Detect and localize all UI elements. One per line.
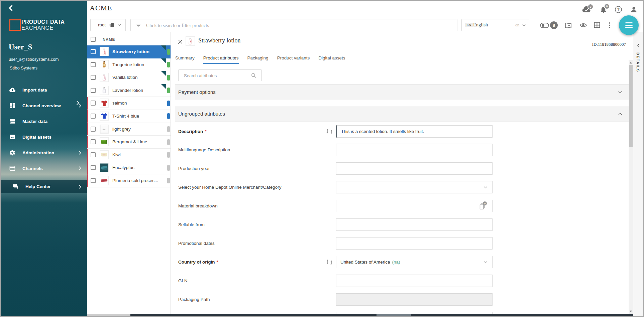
app-title: ACME <box>90 4 112 12</box>
attribute-input-multilanguage-description[interactable] <box>336 144 493 156</box>
attribute-select-select-your-home-depot-online-merchant-category[interactable] <box>336 181 493 193</box>
scroll-up-icon[interactable] <box>629 61 632 64</box>
sidebar-item-label: Channel overview <box>22 103 61 108</box>
status-badge <box>167 62 170 67</box>
detail-panel: Strawberry lotion ID:1181868800007 Summa… <box>171 32 629 314</box>
section-ungrouped-attributes[interactable]: Ungrouped attributes <box>175 106 629 122</box>
alert-bar <box>87 161 88 174</box>
product-row-t-shirt-4-blue[interactable]: T-Shirt 4 blue <box>87 110 171 123</box>
row-checkbox[interactable] <box>91 75 96 80</box>
product-thumbnail <box>100 112 109 121</box>
selection-count-badge[interactable]: 8 <box>550 21 558 29</box>
scroll-down-icon[interactable] <box>629 310 632 313</box>
sidebar-item-import-data[interactable]: Import data <box>0 84 87 96</box>
row-checkbox[interactable] <box>91 139 96 144</box>
product-row-salmon[interactable]: salmon <box>87 97 171 110</box>
sidebar-item-channels[interactable]: Channels <box>0 162 87 174</box>
sidebar-collapse-icon[interactable] <box>7 4 15 12</box>
multivalue-swap-icon[interactable] <box>326 259 333 266</box>
modified-corner-flag <box>161 71 166 76</box>
language-badge: EN <box>465 23 473 27</box>
tab-summary[interactable]: Summary <box>175 52 195 64</box>
product-row-strawberry-lotion[interactable]: Strawberry lotion <box>87 45 171 58</box>
row-checkbox[interactable] <box>91 152 96 157</box>
user-profile-icon[interactable] <box>630 6 638 13</box>
sidebar-item-administration[interactable]: Administration <box>0 147 87 159</box>
row-checkbox[interactable] <box>91 165 96 170</box>
row-checkbox[interactable] <box>91 88 96 93</box>
vertical-scrollbar[interactable] <box>629 60 633 314</box>
sync-status-badge: 0 <box>587 4 594 10</box>
product-thumbnail <box>100 150 109 159</box>
section-payment-options[interactable]: Payment options <box>175 84 629 100</box>
attribute-search-input[interactable] <box>183 70 248 82</box>
hierarchy-selector[interactable]: root <box>90 19 126 31</box>
grid-view-icon[interactable] <box>594 21 601 28</box>
toggle-view-icon[interactable] <box>540 21 549 29</box>
multivalue-swap-icon[interactable] <box>326 128 333 135</box>
svg-text:?: ? <box>617 7 620 12</box>
row-checkbox[interactable] <box>91 114 96 119</box>
sidebar: PRODUCT DATA EXCHANGE User_S user_s@stib… <box>0 0 87 317</box>
product-search-input[interactable] <box>145 19 448 31</box>
product-row-lavender-lotion[interactable]: Lavender lotion <box>87 84 171 97</box>
attribute-input-promotional-dates[interactable] <box>336 237 493 250</box>
product-row-tangerine-lotion[interactable]: Tangerine lotion <box>87 58 171 71</box>
tab-packaging[interactable]: Packaging <box>247 52 269 64</box>
chevron-down-icon <box>117 23 121 27</box>
row-checkbox[interactable] <box>91 101 96 106</box>
user-organization: Stibo Systems <box>10 65 37 70</box>
folder-sync-icon[interactable] <box>564 21 572 29</box>
filter-icon[interactable] <box>135 22 141 28</box>
chevron-down-icon <box>484 261 488 264</box>
more-options-icon[interactable] <box>608 21 611 29</box>
product-row-vanilla-lotion[interactable]: Vanilla lotion <box>87 71 171 84</box>
sidebar-item-master-data[interactable]: Master data <box>0 115 87 127</box>
sidebar-item-channel-overview[interactable]: Channel overview <box>0 100 87 112</box>
attribute-input-gln[interactable] <box>336 275 493 287</box>
help-icon[interactable]: ? <box>615 6 622 13</box>
attribute-input-material-breakdown[interactable] <box>336 200 493 212</box>
preview-icon[interactable] <box>579 21 587 29</box>
product-row-kiwi[interactable]: Kiwi <box>87 149 171 162</box>
product-name: Plumeria cold proces... <box>112 178 158 183</box>
required-asterisk: * <box>216 260 218 265</box>
attribute-input-sellable-from[interactable] <box>336 218 493 231</box>
row-checkbox[interactable] <box>91 178 96 183</box>
main-menu-fab[interactable] <box>619 15 639 35</box>
logo-text-line2: EXCHANGE <box>21 25 53 31</box>
product-row-plumeria-cold-proces[interactable]: Plumeria cold proces... <box>87 174 171 187</box>
product-row-eucalyptus[interactable]: Eucalyptus <box>87 161 171 174</box>
select-all-checkbox[interactable] <box>91 37 96 42</box>
sidebar-item-label: Master data <box>22 119 47 124</box>
attribute-input-packaging-path <box>336 293 493 306</box>
tree-expand-icon[interactable] <box>75 100 80 106</box>
attribute-input-description[interactable] <box>336 125 493 138</box>
tab-product-attributes[interactable]: Product attributes <box>203 52 239 64</box>
chevron-right-icon <box>78 184 82 189</box>
column-header-name: NAME <box>103 37 115 41</box>
row-checkbox[interactable] <box>91 127 96 132</box>
details-drawer-tab[interactable]: DETAILS <box>633 32 643 316</box>
product-row-light-grey[interactable]: light grey <box>87 123 171 136</box>
attribute-input-production-year[interactable] <box>336 162 493 175</box>
section-label: Ungrouped attributes <box>178 111 225 117</box>
product-thumbnail <box>100 86 109 95</box>
sidebar-item-help-center[interactable]: Help Center <box>0 180 87 193</box>
product-row-bergamot-lime[interactable]: Bergamot & Lime <box>87 136 171 149</box>
attribute-label-gln: GLN <box>178 275 188 287</box>
vertical-scrollbar-thumb[interactable] <box>629 65 633 147</box>
attribute-label-country-of-origin: Country of origin* <box>178 256 218 268</box>
attribute-label-packaging-path: Packaging Path <box>178 293 210 306</box>
chevron-right-icon <box>78 166 82 171</box>
sidebar-item-digital-assets[interactable]: Digital assets <box>0 131 87 143</box>
select-value: United States of America <box>340 260 390 265</box>
close-icon[interactable] <box>177 39 183 45</box>
language-selector[interactable]: EN English en <box>461 19 529 31</box>
row-checkbox[interactable] <box>91 49 96 54</box>
attribute-select-country-of-origin[interactable]: United States of America(na) <box>336 256 493 268</box>
row-checkbox[interactable] <box>91 62 96 67</box>
tab-digital-assets[interactable]: Digital assets <box>318 52 345 64</box>
required-asterisk: * <box>205 129 206 134</box>
tab-product-variants[interactable]: Product variants <box>277 52 310 64</box>
